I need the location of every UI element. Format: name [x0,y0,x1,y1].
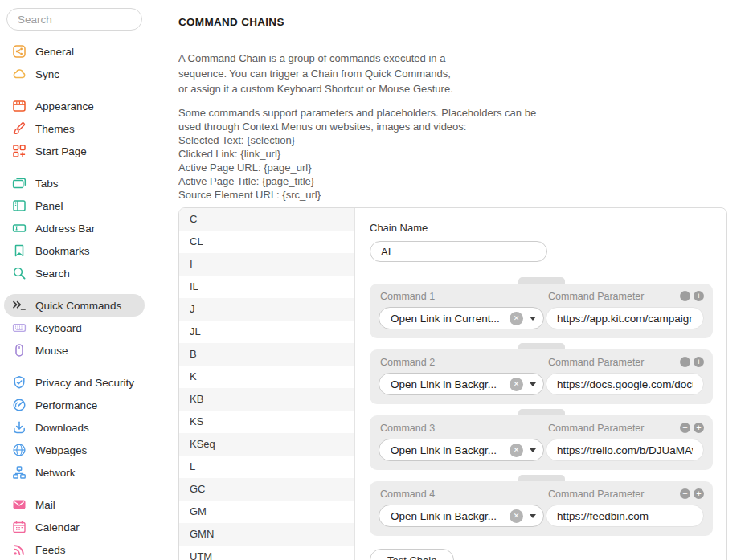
command-parameter-input[interactable] [546,373,704,395]
chevron-down-icon [530,448,536,452]
sidebar-item-network[interactable]: Network [4,461,145,484]
sidebar-item-start-page[interactable]: Start Page [4,140,145,162]
command-parameter-input[interactable] [546,505,704,527]
chevron-down-icon [530,514,536,518]
remove-command-button[interactable]: − [680,423,690,433]
sidebar-item-themes[interactable]: Themes [4,117,145,140]
sidebar-item-calendar[interactable]: Calendar [4,516,145,538]
sidebar-item-performance[interactable]: Performance [4,394,145,416]
sidebar-item-quick-commands[interactable]: Quick Commands [4,294,145,317]
chain-row[interactable]: GMN [179,523,354,546]
clear-command-icon[interactable]: ✕ [510,509,523,523]
remove-command-button[interactable]: − [680,291,690,301]
add-command-button[interactable]: + [694,291,704,301]
themes-brush-icon [11,121,27,137]
chain-row[interactable]: GC [179,478,354,501]
command-parameter-label: Command Parameter [548,488,680,500]
sidebar-item-webpages[interactable]: Webpages [4,439,145,461]
command-label: Command 4 [380,488,546,500]
main-content: COMMAND CHAINS A Command Chain is a grou… [149,0,753,560]
chain-row[interactable]: J [179,298,354,321]
sidebar-item-sync[interactable]: Sync [4,63,145,85]
drag-handle[interactable] [518,277,565,284]
calendar-icon [11,520,27,535]
tabs-icon [11,176,27,191]
sidebar-item-privacy-and-security[interactable]: Privacy and Security [4,371,145,394]
command-select-dropdown[interactable]: Open Link in Backgr... ✕ [379,505,544,527]
sidebar-item-search[interactable]: Search [4,262,145,284]
sidebar-item-tabs[interactable]: Tabs [4,172,145,194]
clear-command-icon[interactable]: ✕ [510,378,523,391]
chevron-down-icon [530,382,536,386]
title-divider [178,39,730,39]
sidebar-item-mouse[interactable]: Mouse [4,339,145,362]
chain-name-input[interactable] [370,241,547,262]
chain-row[interactable]: C [179,208,354,231]
chain-row[interactable]: KSeq [179,433,354,456]
chain-row[interactable]: KB [179,388,354,411]
command-card-3: Command 3 Command Parameter − + Open Lin… [370,415,713,470]
sidebar-item-keyboard[interactable]: Keyboard [4,317,145,339]
chain-row[interactable]: KS [179,411,354,433]
page-title: COMMAND CHAINS [178,16,753,28]
chain-row[interactable]: K [179,366,354,388]
command-select-dropdown[interactable]: Open Link in Backgr... ✕ [379,439,544,461]
chain-row[interactable]: JL [179,321,354,343]
command-parameter-label: Command Parameter [548,357,680,368]
sidebar-item-address-bar[interactable]: Address Bar [4,217,145,239]
sidebar-item-feeds[interactable]: Feeds [4,538,145,560]
chain-row[interactable]: UTM [179,546,354,560]
test-chain-button[interactable]: Test Chain [370,549,454,560]
webpages-globe-icon [11,443,27,458]
drag-handle[interactable] [518,409,565,415]
command-select-value: Open Link in Backgr... [391,378,510,390]
start-page-icon [11,144,27,159]
settings-sidebar: General Sync Appearance Themes Start [0,0,149,560]
bookmarks-icon [11,243,27,259]
remove-command-button[interactable]: − [680,488,690,499]
search-input[interactable] [6,8,142,31]
command-select-dropdown[interactable]: Open Link in Backgr... ✕ [379,373,544,395]
keyboard-icon [11,321,27,336]
intro-text: A Command Chain is a group of commands e… [178,51,753,96]
add-command-button[interactable]: + [694,423,704,433]
performance-gauge-icon [11,398,27,413]
drag-handle[interactable] [518,343,565,349]
sidebar-item-mail[interactable]: Mail [4,493,145,516]
search-icon [11,266,27,281]
remove-command-button[interactable]: − [680,357,690,367]
chain-row[interactable]: IL [179,276,354,298]
chain-row[interactable]: I [179,253,354,276]
command-select-dropdown[interactable]: Open Link in Current... ✕ [379,307,544,329]
add-command-button[interactable]: + [694,357,704,367]
sidebar-item-panel[interactable]: Panel [4,194,145,217]
clear-command-icon[interactable]: ✕ [510,444,523,457]
sidebar-item-label: Appearance [35,100,94,112]
placeholders-text: Some commands support parameters and pla… [178,106,753,202]
drag-handle[interactable] [518,475,565,481]
network-icon [11,465,27,480]
command-card-1: Command 1 Command Parameter − + Open Lin… [370,284,713,338]
sidebar-item-general[interactable]: General [4,40,145,63]
command-card-4: Command 4 Command Parameter − + Open Lin… [370,481,713,536]
command-label: Command 1 [380,291,546,302]
sidebar-item-downloads[interactable]: Downloads [4,416,145,439]
sidebar-item-label: Bookmarks [35,245,90,257]
command-label: Command 3 [380,423,546,434]
sidebar-item-appearance[interactable]: Appearance [4,95,145,117]
command-parameter-input[interactable] [546,307,704,329]
sidebar-item-bookmarks[interactable]: Bookmarks [4,239,145,262]
settings-nav: General Sync Appearance Themes Start [0,40,149,560]
add-command-button[interactable]: + [694,488,704,499]
clear-command-icon[interactable]: ✕ [510,312,523,325]
chain-row[interactable]: CL [179,231,354,253]
chain-row[interactable]: L [179,456,354,478]
mail-envelope-icon [11,497,27,513]
chain-row[interactable]: B [179,343,354,366]
command-parameter-input[interactable] [546,439,704,461]
sidebar-item-label: Start Page [35,145,87,157]
command-card-2: Command 2 Command Parameter − + Open Lin… [370,349,713,404]
sidebar-item-label: Calendar [35,521,80,533]
sync-cloud-icon [11,67,27,82]
chain-row[interactable]: GM [179,501,354,523]
